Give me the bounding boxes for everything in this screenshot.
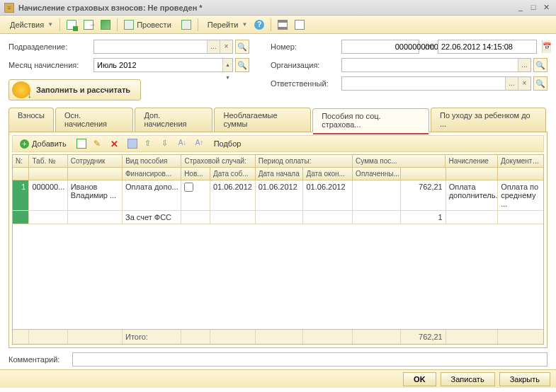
- org-input[interactable]: [342, 59, 518, 71]
- close-button[interactable]: ✕: [540, 3, 552, 13]
- tree-button[interactable]: [292, 18, 307, 32]
- col-n[interactable]: N:: [13, 155, 29, 168]
- col-de[interactable]: Дата окон...: [303, 168, 353, 180]
- col-sc[interactable]: Страховой случай:: [181, 155, 255, 168]
- actions-menu[interactable]: Действия▼: [4, 18, 56, 32]
- resp-open-button[interactable]: 🔍: [533, 76, 548, 91]
- doc2-button[interactable]: [178, 18, 194, 32]
- cell-sum[interactable]: 762,21: [401, 180, 446, 211]
- podrazd-field[interactable]: ... ×: [93, 40, 233, 54]
- col-dn[interactable]: Дата начала: [256, 168, 304, 180]
- org-open-button[interactable]: 🔍: [533, 58, 548, 72]
- table-subheader: Финансиров... Нов... Дата соб... Дата на…: [13, 168, 543, 180]
- table-row-sub[interactable]: За счет ФСС 1: [13, 211, 543, 224]
- delete-button[interactable]: ✕: [108, 137, 123, 151]
- help-button[interactable]: ?: [251, 18, 267, 32]
- resp-clear-button[interactable]: ×: [518, 77, 531, 90]
- list-button[interactable]: [275, 18, 290, 32]
- tab-neobl[interactable]: Необлагаемые суммы: [214, 108, 311, 132]
- date-input[interactable]: [438, 40, 542, 53]
- comment-input[interactable]: [73, 353, 547, 366]
- month-up-button[interactable]: ▲▼: [222, 59, 232, 71]
- col-emp[interactable]: Сотрудник: [68, 155, 123, 168]
- copy-button[interactable]: [74, 137, 89, 151]
- tab-posobiya[interactable]: Пособия по соц. страхова...: [312, 108, 429, 132]
- add-button[interactable]: + Добавить: [16, 137, 71, 151]
- date-cal-button[interactable]: 📅: [542, 40, 551, 53]
- table-row[interactable]: 1 000000... Иванов Владимир ... Оплата д…: [13, 180, 543, 211]
- month-input[interactable]: [94, 59, 222, 71]
- sort-asc-icon: A↓: [178, 139, 188, 149]
- org-label: Организация:: [271, 61, 341, 69]
- podbor-button[interactable]: Подбор: [211, 137, 244, 151]
- sort-asc-button[interactable]: A↓: [176, 137, 191, 151]
- sort-desc-button[interactable]: A↑: [193, 137, 208, 151]
- col-period[interactable]: Период оплаты:: [256, 155, 353, 168]
- send-button[interactable]: [81, 18, 96, 32]
- goto-menu[interactable]: Перейти▼: [202, 18, 251, 32]
- podrazd-open-button[interactable]: 🔍: [235, 40, 249, 54]
- table-body[interactable]: 1 000000... Иванов Владимир ... Оплата д…: [13, 180, 543, 329]
- minimize-button[interactable]: _: [515, 3, 526, 13]
- tab-dop[interactable]: Доп. начисления: [135, 108, 212, 132]
- resp-input[interactable]: [342, 77, 505, 90]
- col-vid[interactable]: Вид пособия: [123, 155, 181, 168]
- down-icon: ⇩: [161, 139, 171, 149]
- col-sum[interactable]: Сумма пос...: [353, 155, 446, 168]
- cell-nov[interactable]: [181, 180, 210, 211]
- copy-icon: [76, 139, 86, 149]
- calc-button[interactable]: Заполнить и рассчитать: [8, 79, 141, 100]
- org-field[interactable]: ...: [341, 58, 531, 72]
- send2-button[interactable]: [98, 18, 113, 32]
- col-nach[interactable]: Начисление: [446, 155, 498, 168]
- col-doc[interactable]: Документ основание: [498, 155, 543, 168]
- nomer-label: Номер:: [271, 42, 341, 51]
- cell-de[interactable]: 01.06.2012: [303, 180, 353, 211]
- move-down-button[interactable]: ⇩: [159, 137, 174, 151]
- col-fin[interactable]: Финансиров...: [123, 168, 181, 180]
- month-label: Месяц начисления:: [8, 61, 93, 69]
- resp-field[interactable]: ... ×: [341, 76, 531, 91]
- send-icon: [84, 20, 93, 30]
- cell-opl[interactable]: 1: [401, 211, 446, 224]
- col-tab[interactable]: Таб. №: [29, 155, 67, 168]
- podrazd-select-button[interactable]: ...: [207, 40, 220, 53]
- nov-checkbox[interactable]: [184, 183, 193, 192]
- cell-ds[interactable]: 01.06.2012: [210, 180, 256, 211]
- cell-dn[interactable]: 01.06.2012: [256, 180, 304, 211]
- move-up-button[interactable]: ⇧: [142, 137, 157, 151]
- cell-fin[interactable]: За счет ФСС: [123, 211, 181, 224]
- close-doc-button[interactable]: Закрыть: [499, 372, 550, 386]
- cell-doc[interactable]: Оплата по среднему ...: [498, 180, 543, 211]
- podrazd-label: Подразделение:: [8, 42, 93, 51]
- edit-button[interactable]: ✎: [91, 137, 106, 151]
- maximize-button[interactable]: □: [528, 3, 539, 13]
- new-button[interactable]: [64, 18, 79, 32]
- org-select-button[interactable]: ...: [518, 59, 531, 71]
- cell-nach[interactable]: Оплата дополнитель...: [446, 180, 498, 211]
- tab-uhod[interactable]: По уходу за ребенком до ...: [431, 108, 546, 132]
- save-row-button[interactable]: [125, 137, 140, 151]
- comment-field[interactable]: [72, 352, 548, 367]
- month-field[interactable]: ▲▼: [93, 58, 233, 72]
- col-opl[interactable]: Оплаченны...: [353, 168, 401, 180]
- col-ds[interactable]: Дата соб...: [210, 168, 256, 180]
- tab-vznosy[interactable]: Взносы: [8, 108, 54, 132]
- form-area: Подразделение: ... × 🔍 Месяц начисления:…: [0, 34, 556, 103]
- podrazd-input[interactable]: [94, 40, 207, 53]
- window-titlebar: ≡ Начисление страховых взносов: Не прове…: [0, 0, 556, 16]
- ok-button[interactable]: OK: [403, 372, 436, 386]
- cell-emp[interactable]: Иванов Владимир ...: [68, 180, 123, 211]
- provesti-button[interactable]: Провести: [121, 18, 177, 32]
- nomer-field[interactable]: [341, 40, 419, 54]
- date-field[interactable]: 📅: [438, 40, 537, 54]
- podrazd-clear-button[interactable]: ×: [220, 40, 232, 53]
- from-label: от:: [419, 42, 438, 51]
- cell-tab[interactable]: 000000...: [29, 180, 67, 211]
- save-button[interactable]: Записать: [441, 372, 495, 386]
- col-nov[interactable]: Нов...: [181, 168, 210, 180]
- cell-vid[interactable]: Оплата допо...: [123, 180, 181, 211]
- tab-osn[interactable]: Осн. начисления: [55, 108, 133, 132]
- month-open-button[interactable]: 🔍: [235, 58, 249, 72]
- resp-select-button[interactable]: ...: [505, 77, 518, 90]
